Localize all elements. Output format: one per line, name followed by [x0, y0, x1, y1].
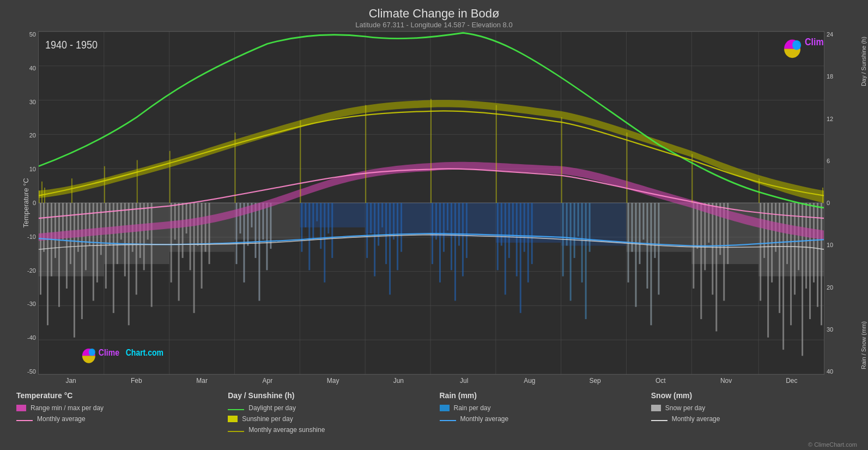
svg-rect-123 [527, 203, 529, 283]
svg-rect-113 [462, 203, 464, 277]
svg-rect-97 [374, 203, 375, 277]
svg-rect-40 [58, 203, 60, 307]
svg-rect-45 [77, 203, 79, 252]
svg-rect-88 [308, 203, 310, 270]
legend-label-sunshine-avg: Monthly average sunshine [248, 426, 325, 434]
svg-rect-103 [397, 203, 398, 270]
svg-rect-96 [370, 203, 372, 233]
svg-rect-67 [178, 203, 180, 301]
chart-plot: 1940 - 1950 Clime Chart.com Clime Chart.… [38, 31, 824, 375]
svg-rect-122 [524, 203, 525, 252]
svg-rect-131 [585, 203, 587, 319]
svg-rect-64 [151, 203, 153, 307]
svg-rect-62 [143, 203, 145, 270]
svg-rect-90 [316, 203, 318, 221]
legend-section-sunshine: Day / Sunshine (h) Daylight per day Suns… [222, 391, 434, 437]
svg-rect-85 [270, 203, 271, 249]
svg-rect-68 [182, 203, 184, 258]
svg-text:1940 - 1950: 1940 - 1950 [45, 39, 98, 51]
legend-item-daylight: Daylight per day [228, 404, 428, 412]
svg-rect-37 [47, 203, 48, 325]
svg-rect-77 [239, 203, 241, 233]
legend-section-temperature: Temperature °C Range min / max per day M… [11, 391, 222, 437]
y-axis-right: Day / Sunshine (h) Rain / Snow (mm) 24 1… [824, 31, 868, 375]
svg-rect-98 [378, 203, 379, 246]
svg-rect-177 [300, 121, 301, 203]
legend-section-rain: Rain (mm) Rain per day Monthly average [434, 391, 646, 437]
svg-rect-136 [639, 203, 640, 264]
x-tick-feb: Feb [104, 375, 169, 385]
svg-rect-108 [443, 203, 445, 252]
svg-rect-54 [113, 203, 114, 313]
svg-rect-176 [235, 133, 236, 203]
svg-rect-75 [209, 203, 210, 264]
x-tick-apr: Apr [235, 375, 300, 385]
legend-swatch-snow [651, 405, 661, 411]
chart-area: Temperature °C 50 40 30 20 10 0 -10 -20 … [0, 31, 868, 375]
svg-rect-166 [813, 203, 815, 283]
svg-rect-138 [646, 203, 648, 289]
y-axis-right-label-bottom: Rain / Snow (mm) [860, 321, 867, 369]
legend-title-temperature: Temperature °C [16, 391, 217, 400]
legend-title-sunshine: Day / Sunshine (h) [228, 391, 428, 400]
svg-rect-89 [312, 203, 314, 239]
x-tick-sep: Sep [562, 375, 628, 385]
svg-rect-164 [805, 203, 807, 289]
svg-rect-104 [400, 203, 402, 252]
y-axis-right-label-top: Day / Sunshine (h) [860, 37, 867, 86]
svg-rect-109 [447, 203, 448, 230]
svg-rect-69 [186, 203, 187, 233]
svg-point-188 [792, 40, 801, 50]
svg-rect-180 [496, 105, 497, 203]
svg-rect-152 [760, 203, 761, 301]
svg-rect-175 [169, 151, 171, 203]
legend-item-temp-range: Range min / max per day [16, 404, 217, 412]
x-tick-oct: Oct [628, 375, 693, 385]
svg-rect-95 [366, 203, 368, 258]
svg-rect-140 [654, 203, 655, 258]
svg-rect-112 [458, 203, 460, 246]
svg-rect-121 [520, 203, 521, 313]
svg-rect-134 [631, 203, 633, 252]
x-tick-aug: Aug [497, 375, 562, 385]
svg-rect-48 [89, 203, 90, 246]
svg-rect-162 [798, 203, 799, 270]
svg-rect-170 [41, 182, 43, 203]
y-axis-left: Temperature °C 50 40 30 20 10 0 -10 -20 … [0, 31, 38, 375]
svg-rect-183 [691, 154, 693, 203]
svg-rect-182 [627, 133, 628, 203]
svg-rect-46 [81, 203, 83, 319]
svg-rect-135 [635, 203, 636, 307]
svg-rect-153 [763, 203, 765, 258]
svg-rect-84 [266, 203, 268, 270]
svg-rect-160 [790, 203, 792, 325]
svg-rect-181 [561, 117, 562, 203]
svg-rect-174 [137, 160, 138, 203]
legend-line-temp-avg [16, 420, 33, 421]
svg-rect-129 [578, 203, 579, 237]
svg-rect-119 [512, 203, 514, 237]
x-tick-jun: Jun [366, 375, 431, 385]
legend-title-snow: Snow (mm) [651, 391, 852, 400]
chart-subtitle: Latitude 67.311 - Longitude 14.587 - Ele… [0, 21, 868, 29]
legend-item-sunshine: Sunshine per day [228, 415, 428, 423]
legend-section-snow: Snow (mm) Snow per day Monthly average [646, 391, 857, 437]
legend-line-sunshine-avg [228, 431, 244, 432]
legend-title-rain: Rain (mm) [440, 391, 640, 400]
svg-rect-124 [531, 203, 533, 264]
legend-swatch-temp-range [16, 405, 26, 411]
svg-rect-110 [451, 203, 452, 270]
svg-rect-92 [324, 203, 325, 283]
svg-rect-147 [712, 203, 713, 295]
svg-rect-107 [439, 203, 441, 283]
svg-rect-56 [120, 203, 122, 239]
legend-line-snow-avg [651, 420, 667, 421]
legend-label-snow: Snow per day [665, 404, 705, 412]
legend-area: Temperature °C Range min / max per day M… [0, 385, 868, 441]
svg-rect-120 [516, 203, 518, 277]
y-axis-ticks-left: 50 40 30 20 10 0 -10 -20 -30 -40 -50 [27, 31, 36, 375]
svg-rect-127 [570, 203, 572, 301]
legend-swatch-rain [440, 405, 450, 411]
svg-rect-53 [109, 203, 111, 246]
legend-item-snow-avg: Monthly average [651, 415, 852, 423]
